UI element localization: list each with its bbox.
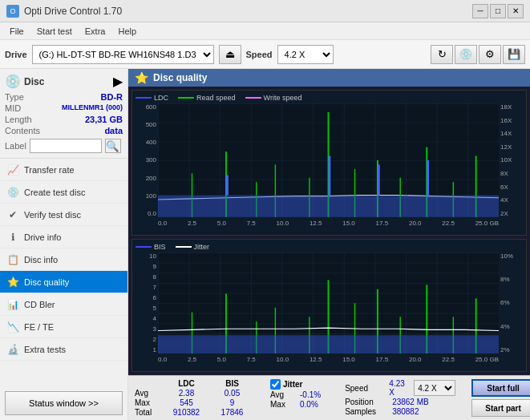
- chart1-y-left-5: 500: [146, 121, 156, 128]
- ldc-total-value: 910382: [164, 408, 208, 417]
- chart1-y-left-6: 600: [146, 103, 156, 111]
- disc-expand-icon[interactable]: ▶: [113, 74, 123, 89]
- disc-mid-label: MID: [5, 103, 21, 113]
- chart2-x-axis: 0.0 2.5 5.0 7.5 10.0 12.5 15.0 17.5 20.0…: [158, 356, 499, 363]
- disc-label-label: Label: [5, 141, 26, 151]
- svg-rect-15: [226, 175, 229, 195]
- speed-stat-value: 4.23 X: [389, 379, 411, 397]
- chart1-y-left-3: 300: [146, 156, 156, 164]
- jitter-checkbox[interactable]: [270, 379, 281, 390]
- content-header-icon: ⭐: [135, 71, 148, 84]
- disc-quality-icon: ⭐: [6, 277, 19, 288]
- window-controls: ─ □ ✕: [472, 4, 524, 18]
- ldc-legend-label: LDC: [154, 94, 168, 102]
- menu-extra[interactable]: Extra: [79, 25, 112, 38]
- chart1-y-left-0: 0.0: [148, 210, 156, 217]
- chart1-container: LDC Read speed Write speed 600 500 400 3…: [131, 90, 527, 236]
- main-layout: 💿 Disc ▶ Type BD-R MID MILLENMR1 (000) L…: [0, 69, 530, 420]
- svg-rect-14: [158, 196, 499, 217]
- disc-section: 💿 Disc ▶ Type BD-R MID MILLENMR1 (000) L…: [0, 69, 127, 159]
- sidebar-item-verify-test-disc[interactable]: ✔ Verify test disc: [0, 204, 127, 226]
- eject-button[interactable]: ⏏: [219, 45, 241, 64]
- app-icon: O: [6, 5, 19, 18]
- sidebar-nav: 📈 Transfer rate 💿 Create test disc ✔ Ver…: [0, 159, 127, 386]
- chart1-legend: LDC Read speed Write speed: [136, 94, 523, 102]
- jitter-stats: Jitter Avg -0.1% Max 0.0%: [270, 379, 321, 417]
- disc-section-title: Disc: [24, 76, 44, 87]
- save-button[interactable]: 💾: [503, 45, 525, 64]
- bis-legend-label: BIS: [154, 243, 166, 251]
- ldc-col-header: LDC: [164, 379, 208, 388]
- disc-button[interactable]: 💿: [455, 45, 477, 64]
- menu-bar: File Start test Extra Help: [0, 22, 530, 40]
- menu-file[interactable]: File: [3, 25, 30, 38]
- sidebar-item-drive-info-label: Drive info: [24, 232, 61, 242]
- chart1-y-left-4: 400: [146, 139, 156, 146]
- sidebar-item-disc-quality[interactable]: ⭐ Disc quality: [0, 271, 127, 293]
- chart1-y-right-8: 8X: [500, 170, 508, 177]
- sidebar-item-fe-te-label: FE / TE: [24, 322, 54, 332]
- avg-row-label: Avg: [135, 389, 163, 398]
- charts-area: LDC Read speed Write speed 600 500 400 3…: [128, 87, 530, 375]
- verify-test-disc-icon: ✔: [6, 209, 19, 220]
- chart1-y-right-6: 6X: [500, 184, 508, 191]
- sidebar-item-fe-te[interactable]: 📉 FE / TE: [0, 316, 127, 338]
- sidebar-item-transfer-rate-label: Transfer rate: [24, 165, 75, 175]
- chart1-y-right-12: 12X: [500, 143, 512, 151]
- read-legend-label: Read speed: [196, 94, 236, 102]
- disc-icon: 💿: [5, 74, 21, 89]
- chart2-y-left-1: 1: [153, 346, 156, 353]
- sidebar-item-disc-info[interactable]: 📋 Disc info: [0, 248, 127, 271]
- settings-button[interactable]: ⚙: [479, 45, 501, 64]
- minimize-button[interactable]: ─: [472, 4, 488, 18]
- position-label: Position: [345, 398, 389, 406]
- chart2-y-right-2: 2%: [500, 346, 510, 353]
- sidebar-item-create-test-disc-label: Create test disc: [24, 188, 85, 197]
- samples-value: 380882: [392, 407, 419, 416]
- chart2-y-left-9: 9: [153, 263, 156, 270]
- bis-col-header: BIS: [210, 379, 254, 388]
- menu-help[interactable]: Help: [111, 25, 143, 38]
- maximize-button[interactable]: □: [490, 4, 506, 18]
- chart2-legend: BIS Jitter: [136, 243, 523, 251]
- chart2-svg: [158, 252, 499, 353]
- title-bar: O Opti Drive Control 1.70 ─ □ ✕: [0, 0, 530, 22]
- chart1-y-right-18: 18X: [500, 103, 512, 111]
- position-value: 23862 MB: [392, 398, 429, 406]
- disc-type-label: Type: [5, 92, 24, 102]
- chart2-container: BIS Jitter 10 9 8 7 6 5 4 3 2 1: [131, 239, 527, 372]
- sidebar-item-drive-info[interactable]: ℹ Drive info: [0, 226, 127, 248]
- sidebar-item-extra-tests[interactable]: 🔬 Extra tests: [0, 338, 127, 361]
- create-test-disc-icon: 💿: [6, 187, 19, 198]
- drive-select[interactable]: (G:) HL-DT-ST BD-RE WH16NS48 1.D3: [32, 45, 214, 64]
- chart2-y-right-8: 8%: [500, 276, 510, 283]
- sidebar-item-extra-tests-label: Extra tests: [24, 345, 66, 354]
- disc-contents-label: Contents: [5, 126, 40, 135]
- chart2-y-left-4: 4: [153, 315, 156, 322]
- speed-label: Speed: [246, 50, 273, 59]
- disc-label-input[interactable]: [30, 139, 102, 153]
- close-button[interactable]: ✕: [508, 4, 524, 18]
- chart2-y-left-5: 5: [153, 305, 156, 312]
- menu-start-test[interactable]: Start test: [30, 25, 79, 38]
- speed-stat-select[interactable]: 4.2 X: [414, 380, 455, 396]
- sidebar: 💿 Disc ▶ Type BD-R MID MILLENMR1 (000) L…: [0, 69, 128, 420]
- content-area: ⭐ Disc quality LDC Read speed Write spee…: [128, 69, 530, 420]
- speed-select[interactable]: 4.2 X: [277, 45, 334, 64]
- fe-te-icon: 📉: [6, 321, 19, 333]
- chart2-y-left-6: 6: [153, 294, 156, 301]
- status-window-button[interactable]: Status window >>: [5, 391, 123, 415]
- svg-rect-33: [158, 335, 499, 353]
- refresh-button[interactable]: ↻: [431, 45, 453, 64]
- chart1-y-right-2: 2X: [500, 210, 508, 217]
- stats-area: LDC BIS Avg 2.38 0.05 Max 545 9 Total 91…: [128, 375, 530, 420]
- sidebar-item-create-test-disc[interactable]: 💿 Create test disc: [0, 181, 127, 204]
- disc-label-btn[interactable]: 🔍: [105, 139, 121, 153]
- content-header-title: Disc quality: [153, 72, 207, 83]
- sidebar-item-transfer-rate[interactable]: 📈 Transfer rate: [0, 159, 127, 181]
- bis-avg-value: 0.05: [210, 389, 254, 398]
- disc-info-icon: 📋: [6, 254, 19, 265]
- start-part-button[interactable]: Start part: [471, 399, 530, 417]
- start-full-button[interactable]: Start full: [471, 379, 530, 397]
- sidebar-item-cd-bler[interactable]: 📊 CD Bler: [0, 293, 127, 316]
